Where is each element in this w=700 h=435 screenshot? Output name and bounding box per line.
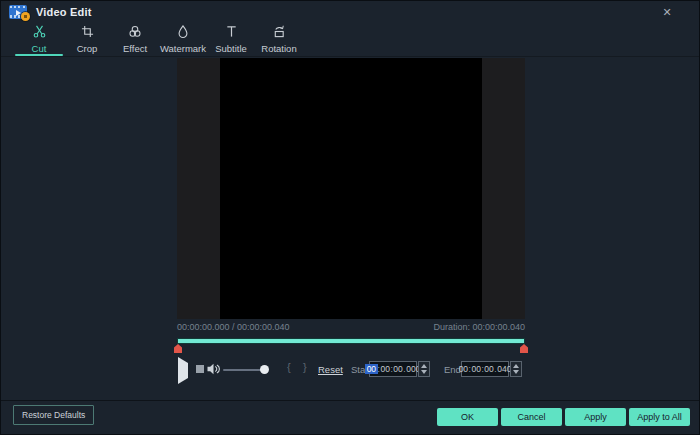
- effect-circles-icon: [128, 25, 142, 41]
- scissors-icon: [33, 25, 46, 41]
- crop-icon: [81, 25, 94, 41]
- tab-label: Watermark: [160, 43, 206, 54]
- tab-effect[interactable]: Effect: [111, 23, 159, 56]
- start-time-input[interactable]: 00 : 00 : 00 . 000: [369, 361, 417, 377]
- cancel-button[interactable]: Cancel: [501, 408, 562, 426]
- footer-button-row: OK Cancel Apply Apply to All: [437, 408, 690, 426]
- start-seconds-segment[interactable]: 00: [393, 364, 403, 374]
- tab-label: Crop: [77, 43, 98, 54]
- end-seconds-segment[interactable]: 00: [484, 364, 494, 374]
- droplet-icon: [177, 25, 189, 41]
- tab-crop[interactable]: Crop: [63, 23, 111, 56]
- end-time-input[interactable]: 00 : 00 : 00 . 040: [461, 361, 509, 377]
- start-minutes-segment[interactable]: 00: [380, 364, 390, 374]
- step-down-icon: [513, 370, 519, 374]
- window-title: Video Edit: [36, 6, 92, 18]
- ok-button[interactable]: OK: [437, 408, 498, 426]
- time-readout-row: 00:00:00.000 / 00:00:00.040 Duration: 00…: [177, 322, 525, 332]
- step-down-icon: [421, 370, 427, 374]
- trim-timeline-bar[interactable]: [177, 338, 525, 344]
- tab-cut[interactable]: Cut: [15, 23, 63, 56]
- mark-start-bracket-button[interactable]: {: [287, 361, 291, 373]
- apply-to-all-button[interactable]: Apply to All: [629, 408, 690, 426]
- speaker-icon: [207, 363, 220, 378]
- title-bar: Video Edit ✕: [1, 1, 699, 23]
- play-icon: [178, 357, 188, 384]
- trim-start-handle[interactable]: [174, 344, 182, 353]
- mark-end-bracket-button[interactable]: }: [303, 361, 307, 373]
- app-logo-icon: [9, 4, 30, 21]
- apply-button[interactable]: Apply: [565, 408, 626, 426]
- tab-label: Subtitle: [215, 43, 247, 54]
- tab-label: Cut: [32, 43, 47, 54]
- tab-watermark[interactable]: Watermark: [159, 23, 207, 56]
- step-up-icon: [513, 364, 519, 368]
- video-frame: [220, 58, 482, 319]
- tab-bar: Cut Crop Effect: [15, 23, 303, 56]
- start-hours-segment[interactable]: 00: [365, 364, 377, 374]
- play-button[interactable]: [177, 363, 189, 376]
- tab-subtitle[interactable]: Subtitle: [207, 23, 255, 56]
- text-t-icon: [225, 25, 238, 41]
- stop-button[interactable]: [196, 365, 204, 373]
- footer-divider: [1, 400, 699, 401]
- tab-label: Effect: [123, 43, 147, 54]
- current-time-text: 00:00:00.000 / 00:00:00.040: [177, 322, 290, 332]
- tab-rotation[interactable]: Rotation: [255, 23, 303, 56]
- preview-panel: [177, 58, 525, 319]
- gear-icon: [21, 12, 30, 21]
- start-time-stepper[interactable]: [418, 361, 430, 377]
- trim-end-handle[interactable]: [520, 344, 528, 353]
- rotate-icon: [272, 25, 286, 41]
- step-up-icon: [421, 364, 427, 368]
- volume-button[interactable]: [207, 363, 220, 378]
- restore-defaults-button[interactable]: Restore Defaults: [13, 405, 94, 425]
- reset-link[interactable]: Reset: [318, 364, 343, 375]
- tabbar-divider: [1, 56, 699, 57]
- end-hours-segment[interactable]: 00: [458, 364, 468, 374]
- tab-label: Rotation: [261, 43, 296, 54]
- close-icon[interactable]: ✕: [659, 4, 675, 20]
- video-edit-dialog: Video Edit ✕ Cut Crop: [0, 0, 700, 435]
- end-minutes-segment[interactable]: 00: [471, 364, 481, 374]
- volume-slider-thumb[interactable]: [260, 365, 269, 374]
- end-time-stepper[interactable]: [510, 361, 522, 377]
- duration-text: Duration: 00:00:00.040: [433, 322, 525, 332]
